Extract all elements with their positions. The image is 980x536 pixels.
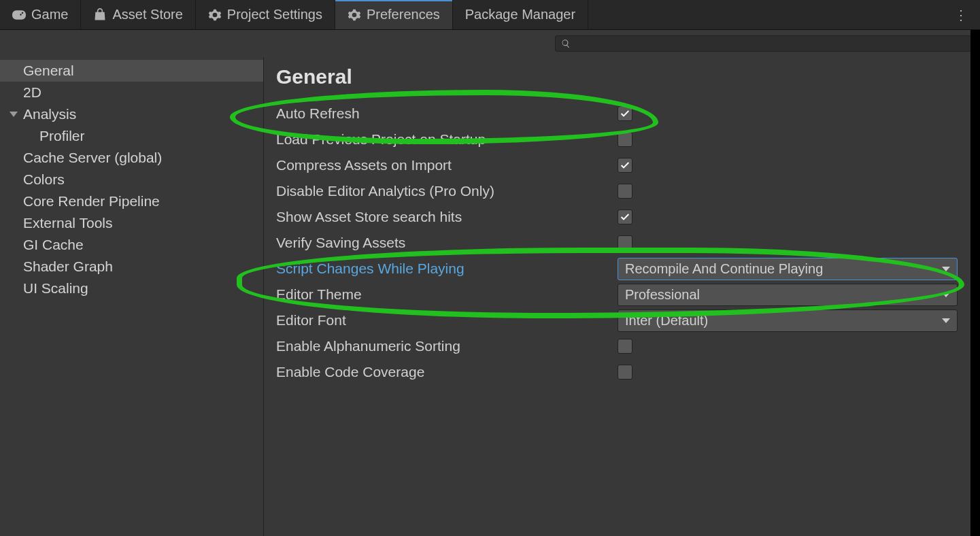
tab-bar: Game Asset Store Project Settings Prefer…	[0, 0, 980, 30]
setting-label: Auto Refresh	[276, 105, 618, 122]
select-value: Recompile And Continue Playing	[625, 261, 823, 277]
row-disable-analytics: Disable Editor Analytics (Pro Only)	[276, 178, 968, 204]
caret-down-icon	[942, 292, 950, 297]
sidebar-label: GI Cache	[23, 237, 84, 252]
sidebar-label: 2D	[23, 84, 41, 100]
gear-icon	[208, 8, 222, 22]
checkbox-load-previous[interactable]	[618, 132, 632, 147]
content-area: General 2D Analysis Profiler Cache Serve…	[0, 57, 980, 536]
select-value: Professional	[625, 287, 700, 303]
sidebar-item-external-tools[interactable]: External Tools	[0, 212, 263, 234]
setting-label: Show Asset Store search hits	[276, 209, 618, 225]
tab-game[interactable]: Game	[0, 0, 81, 29]
tab-asset-store[interactable]: Asset Store	[81, 0, 195, 29]
row-alphanumeric-sorting: Enable Alphanumeric Sorting	[276, 333, 968, 359]
row-editor-theme: Editor Theme Professional	[276, 282, 968, 307]
sidebar-item-profiler[interactable]: Profiler	[0, 125, 263, 147]
sidebar-label: UI Scaling	[23, 280, 88, 296]
sidebar: General 2D Analysis Profiler Cache Serve…	[0, 57, 264, 536]
tab-preferences[interactable]: Preferences	[335, 0, 453, 29]
checkbox-show-asset-store[interactable]	[618, 210, 632, 224]
row-load-previous: Load Previous Project on Startup	[276, 127, 968, 152]
sidebar-item-general[interactable]: General	[0, 60, 263, 82]
tab-label: Project Settings	[227, 7, 322, 22]
gamepad-icon	[12, 8, 26, 22]
expand-arrow-icon	[10, 112, 18, 117]
checkbox-disable-analytics[interactable]	[618, 184, 632, 199]
row-script-changes: Script Changes While Playing Recompile A…	[276, 256, 968, 282]
tab-package-manager[interactable]: Package Manager	[453, 0, 588, 29]
search-icon	[561, 39, 571, 48]
sidebar-label: General	[23, 63, 74, 78]
gear-icon	[348, 8, 361, 22]
select-value: Inter (Default)	[625, 313, 708, 329]
tab-label: Preferences	[367, 7, 440, 22]
select-script-changes[interactable]: Recompile And Continue Playing	[618, 258, 958, 280]
search-row	[0, 30, 980, 57]
setting-label: Verify Saving Assets	[276, 235, 618, 251]
sidebar-item-cache-server[interactable]: Cache Server (global)	[0, 147, 263, 169]
sidebar-label: Core Render Pipeline	[23, 193, 160, 209]
setting-label: Disable Editor Analytics (Pro Only)	[276, 183, 618, 199]
checkbox-compress-assets[interactable]	[618, 158, 632, 173]
tab-label: Package Manager	[465, 7, 575, 22]
checkbox-alphanumeric-sorting[interactable]	[618, 339, 632, 354]
checkbox-code-coverage[interactable]	[618, 365, 632, 380]
row-editor-font: Editor Font Inter (Default)	[276, 307, 968, 333]
sidebar-item-ui-scaling[interactable]: UI Scaling	[0, 278, 263, 299]
tab-label: Asset Store	[112, 7, 182, 22]
caret-down-icon	[942, 267, 950, 271]
setting-label: Script Changes While Playing	[276, 261, 618, 277]
tab-project-settings[interactable]: Project Settings	[196, 0, 335, 29]
right-edge-scrollbar[interactable]	[970, 30, 980, 536]
sidebar-label: External Tools	[23, 215, 113, 231]
row-verify-saving: Verify Saving Assets	[276, 230, 968, 256]
sidebar-item-gi-cache[interactable]: GI Cache	[0, 234, 263, 256]
checkbox-verify-saving[interactable]	[618, 235, 632, 250]
bag-icon	[93, 8, 107, 22]
sidebar-label: Shader Graph	[23, 258, 113, 274]
sidebar-item-2d[interactable]: 2D	[0, 82, 263, 103]
tab-label: Game	[31, 7, 68, 22]
row-show-asset-store: Show Asset Store search hits	[276, 204, 968, 230]
setting-label: Editor Font	[276, 312, 618, 329]
setting-label: Load Previous Project on Startup	[276, 131, 618, 148]
row-compress-assets: Compress Assets on Import	[276, 152, 968, 178]
sidebar-item-shader-graph[interactable]: Shader Graph	[0, 256, 263, 278]
setting-label: Compress Assets on Import	[276, 157, 618, 173]
sidebar-item-core-render-pipeline[interactable]: Core Render Pipeline	[0, 190, 263, 212]
setting-label: Editor Theme	[276, 286, 618, 303]
sidebar-item-analysis[interactable]: Analysis	[0, 103, 263, 125]
main-panel: General Auto Refresh Load Previous Proje…	[264, 57, 980, 536]
row-auto-refresh: Auto Refresh	[276, 101, 968, 127]
kebab-menu-icon[interactable]: ⋮	[943, 0, 980, 29]
row-code-coverage: Enable Code Coverage	[276, 359, 968, 385]
caret-down-icon	[942, 318, 950, 323]
select-editor-theme[interactable]: Professional	[618, 284, 958, 306]
sidebar-label: Colors	[23, 171, 65, 187]
select-editor-font[interactable]: Inter (Default)	[618, 309, 958, 332]
section-title: General	[276, 65, 968, 88]
setting-label: Enable Code Coverage	[276, 364, 618, 380]
sidebar-label: Profiler	[39, 128, 85, 144]
checkbox-auto-refresh[interactable]	[618, 106, 632, 121]
sidebar-label: Analysis	[23, 106, 76, 122]
setting-label: Enable Alphanumeric Sorting	[276, 338, 618, 354]
search-input[interactable]	[555, 35, 973, 52]
sidebar-item-colors[interactable]: Colors	[0, 169, 263, 190]
sidebar-label: Cache Server (global)	[23, 150, 162, 165]
